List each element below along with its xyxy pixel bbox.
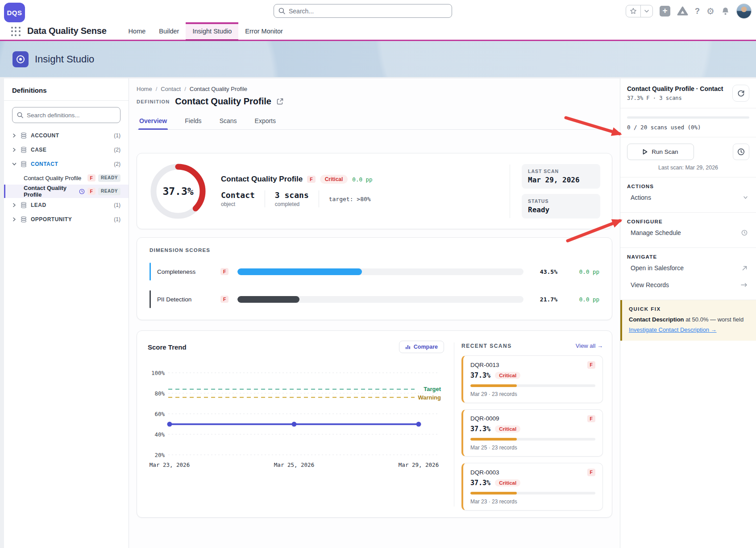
notifications-icon[interactable] (721, 7, 730, 16)
object-stat: Contact object (221, 190, 255, 207)
grade-badge: F (220, 268, 228, 276)
favorite-star-icon[interactable] (626, 5, 640, 17)
panel-section-navigate: NAVIGATEOpen in SalesforceView Records (620, 248, 756, 300)
score-card-name: Contact Quality Profile (221, 175, 303, 184)
scheduled-clock-icon (79, 189, 85, 194)
score-meta-boxes: LAST SCAN Mar 29, 2026 STATUS Ready (522, 164, 600, 218)
panel-item-open-in-salesforce[interactable]: Open in Salesforce (627, 260, 749, 276)
severity-badge: Critical (320, 175, 348, 184)
scan-card-dqr-0013[interactable]: DQR-0013F37.3%CriticalMar 29 · 23 record… (461, 355, 603, 403)
chevron-down-icon[interactable] (12, 162, 17, 166)
definitions-search[interactable] (12, 107, 120, 123)
dimension-progress-fill (237, 296, 299, 303)
chevron-right-icon[interactable] (12, 217, 17, 222)
svg-text:Mar 23, 2026: Mar 23, 2026 (150, 461, 190, 468)
definition-header: DEFINITION Contact Quality Profile (137, 96, 612, 107)
detail-panel: Contact Quality Profile · Contact 37.3% … (620, 78, 756, 548)
tab-exports[interactable]: Exports (254, 115, 277, 129)
sidebar-group-account[interactable]: ACCOUNT(1) (4, 128, 129, 143)
last-scan-box: LAST SCAN Mar 29, 2026 (522, 164, 600, 189)
divider (319, 190, 319, 207)
panel-item-label: Actions (631, 194, 651, 201)
dimension-row-completeness: CompletenessF43.5%0.0 pp (150, 263, 599, 280)
sidebar-group-opportunity[interactable]: OPPORTUNITY(1) (4, 212, 129, 227)
sidebar-item-contact-quality-profile[interactable]: Contact Quality ProfileFREADY (4, 171, 129, 185)
severity-badge: Critical (495, 425, 520, 433)
scan-progress-fill (470, 384, 517, 387)
dimension-scores-title: DIMENSION SCORES (150, 247, 599, 253)
scan-card-dqr-0003[interactable]: DQR-0003F37.3%CriticalMar 23 · 23 record… (461, 463, 603, 511)
chevron-right-icon[interactable] (12, 203, 17, 207)
settings-icon[interactable]: ⚙ (706, 7, 714, 16)
svg-text:Warning: Warning (418, 394, 441, 401)
dimension-delta: 0.0 pp (564, 268, 599, 275)
nav-tab-error-monitor[interactable]: Error Monitor (238, 22, 290, 40)
help-icon[interactable]: ? (695, 7, 700, 16)
favorites-button[interactable] (626, 5, 653, 17)
nav-tab-home[interactable]: Home (122, 22, 153, 40)
play-icon (643, 149, 648, 155)
favorites-caret-icon[interactable] (640, 5, 652, 17)
svg-text:Mar 25, 2026: Mar 25, 2026 (274, 461, 314, 468)
search-icon (17, 112, 23, 118)
sidebar-item-contact-quality-profile[interactable]: Contact Quality ProfileFREADY (4, 185, 129, 198)
recent-scans-title: RECENT SCANS (461, 343, 512, 349)
insight-studio-icon (12, 51, 29, 67)
chevron-right-icon[interactable] (12, 133, 17, 138)
global-search-input[interactable] (289, 8, 447, 15)
nav-tab-builder[interactable]: Builder (152, 22, 186, 40)
score-trend-title: Score Trend (148, 343, 187, 351)
dimension-label: PII Detection (157, 296, 214, 303)
nav-tab-insight-studio[interactable]: Insight Studio (186, 22, 238, 40)
trailhead-icon[interactable] (677, 6, 688, 16)
scan-score-row: 37.3%Critical (470, 479, 595, 487)
global-search[interactable] (274, 4, 452, 18)
chevron-right-icon[interactable] (12, 148, 17, 152)
tab-scans[interactable]: Scans (219, 115, 238, 129)
app-launcher-icon[interactable] (11, 27, 21, 37)
panel-section-header: CONFIGURE (627, 219, 749, 224)
bar-chart-icon (405, 344, 411, 350)
panel-section-configure: CONFIGUREManage Schedule (620, 213, 756, 247)
app-logo[interactable]: DQS (4, 3, 25, 22)
sidebar-group-lead[interactable]: LEAD(1) (4, 198, 129, 212)
page-title: Insight Studio (35, 54, 94, 65)
dimension-row-pii-detection: PII DetectionF21.7%0.0 pp (150, 290, 599, 308)
refresh-button[interactable] (732, 85, 749, 102)
scan-progress-fill (470, 438, 517, 441)
definitions-search-input[interactable] (27, 112, 116, 119)
panel-item-actions[interactable]: Actions (627, 189, 749, 206)
sidebar-item-label: Contact Quality Profile (24, 175, 85, 181)
sidebar-group-case[interactable]: CASE(2) (4, 143, 129, 157)
scan-card-dqr-0009[interactable]: DQR-0009F37.3%CriticalMar 25 · 23 record… (461, 409, 603, 457)
scan-progress-track (470, 492, 595, 494)
investigate-link[interactable]: Investigate Contact Description → (629, 326, 717, 333)
sidebar-group-contact[interactable]: CONTACT(2) (4, 157, 129, 171)
database-icon (21, 216, 27, 223)
content: Definitions ACCOUNT(1)CASE(2)CONTACT(2)C… (0, 78, 756, 548)
sidebar-group-count: (1) (114, 132, 120, 139)
scans-stat: 3 scans completed (275, 190, 309, 207)
view-all-link[interactable]: View all → (576, 342, 603, 349)
user-avatar[interactable] (736, 4, 752, 19)
panel-item-manage-schedule[interactable]: Manage Schedule (627, 224, 749, 241)
divider (4, 100, 129, 101)
target-text: target: >80% (329, 196, 371, 202)
scan-score-row: 37.3%Critical (470, 371, 595, 379)
svg-text:20%: 20% (154, 452, 165, 458)
definition-kicker: DEFINITION (137, 99, 170, 104)
schedule-button[interactable] (733, 144, 749, 160)
scan-score: 37.3% (470, 425, 490, 433)
tab-fields[interactable]: Fields (184, 115, 202, 129)
status-badge: READY (98, 188, 120, 195)
run-scan-button[interactable]: Run Scan (627, 144, 694, 160)
score-donut: 37.3% (150, 164, 206, 219)
tab-overview[interactable]: Overview (138, 115, 168, 129)
breadcrumb-item[interactable]: Contact (161, 86, 181, 92)
panel-item-view-records[interactable]: View Records (627, 276, 749, 293)
add-icon[interactable]: + (660, 6, 670, 16)
open-external-icon[interactable] (277, 98, 283, 105)
refresh-icon (737, 90, 745, 97)
compare-button[interactable]: Compare (399, 341, 444, 353)
breadcrumb-item[interactable]: Home (137, 86, 152, 92)
